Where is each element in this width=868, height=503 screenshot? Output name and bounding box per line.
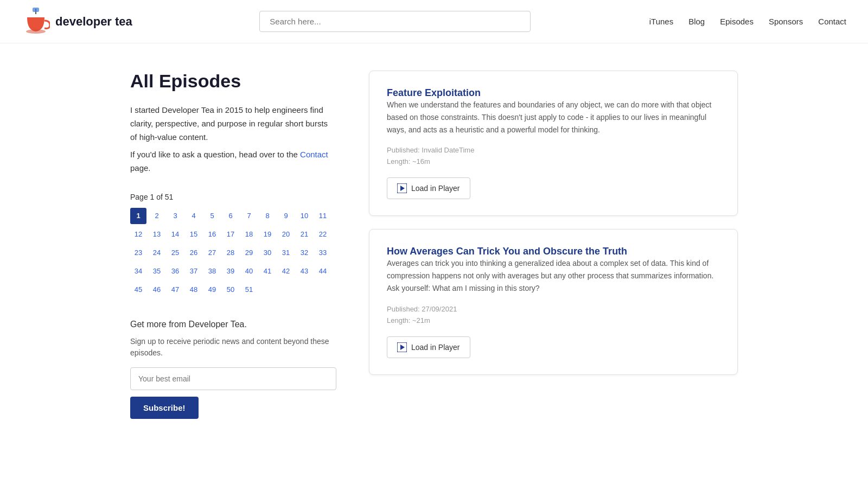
search-input[interactable]	[259, 11, 531, 32]
episode-card-0: Feature Exploitation When we understand …	[369, 71, 738, 216]
page-btn-37[interactable]: 37	[186, 263, 202, 279]
nav-itunes[interactable]: iTunes	[649, 17, 673, 26]
page-btn-44[interactable]: 44	[315, 263, 331, 279]
description-2-text: If you'd like to ask a question, head ov…	[130, 150, 298, 159]
episode-desc-1: Averages can trick you into thinking a g…	[387, 257, 720, 295]
page-btn-31[interactable]: 31	[278, 245, 294, 261]
page-btn-20[interactable]: 20	[278, 226, 294, 243]
page-btn-22[interactable]: 22	[315, 226, 331, 243]
page-btn-8[interactable]: 8	[259, 208, 276, 224]
page-btn-21[interactable]: 21	[296, 226, 312, 243]
subscribe-button[interactable]: Subscribe!	[130, 397, 199, 419]
page-btn-33[interactable]: 33	[315, 245, 331, 261]
page-btn-3[interactable]: 3	[167, 208, 183, 224]
pagination: 1234567891011121314151617181920212223242…	[130, 208, 336, 298]
main-container: All Episodes I started Developer Tea in …	[108, 43, 760, 446]
page-btn-9[interactable]: 9	[278, 208, 294, 224]
page-btn-42[interactable]: 42	[278, 263, 294, 279]
page-btn-50[interactable]: 50	[222, 282, 239, 298]
nav-blog[interactable]: Blog	[688, 17, 705, 26]
site-header: developer tea iTunes Blog Episodes Spons…	[0, 0, 868, 43]
page-btn-25[interactable]: 25	[167, 245, 183, 261]
page-btn-28[interactable]: 28	[222, 245, 239, 261]
signup-desc: Sign up to receive periodic news and con…	[130, 336, 336, 359]
page-btn-5[interactable]: 5	[204, 208, 220, 224]
pagination-info: Page 1 of 51	[130, 193, 336, 201]
page-btn-35[interactable]: 35	[149, 263, 165, 279]
page-btn-48[interactable]: 48	[186, 282, 202, 298]
nav-sponsors[interactable]: Sponsors	[769, 17, 803, 26]
page-btn-43[interactable]: 43	[296, 263, 312, 279]
nav-episodes[interactable]: Episodes	[720, 17, 754, 26]
page-btn-11[interactable]: 11	[315, 208, 331, 224]
page-btn-18[interactable]: 18	[241, 226, 257, 243]
episode-published-0: Published: Invalid DateTime	[387, 146, 720, 154]
page-btn-13[interactable]: 13	[149, 226, 165, 243]
page-btn-40[interactable]: 40	[241, 263, 257, 279]
logo-text: developer tea	[55, 15, 132, 29]
description-3-text: page.	[130, 163, 151, 173]
page-btn-46[interactable]: 46	[149, 282, 165, 298]
page-btn-24[interactable]: 24	[149, 245, 165, 261]
logo-icon	[22, 8, 50, 36]
email-input[interactable]	[130, 367, 336, 390]
episode-published-1: Published: 27/09/2021	[387, 305, 720, 313]
page-btn-29[interactable]: 29	[241, 245, 257, 261]
page-btn-23[interactable]: 23	[130, 245, 146, 261]
page-btn-7[interactable]: 7	[241, 208, 257, 224]
svg-point-2	[26, 29, 46, 34]
episode-title-1[interactable]: How Averages Can Trick You and Obscure t…	[387, 246, 627, 257]
page-btn-51[interactable]: 51	[241, 282, 257, 298]
svg-marker-6	[400, 345, 405, 350]
page-btn-1[interactable]: 1	[130, 208, 146, 224]
signup-section: Get more from Developer Tea. Sign up to …	[130, 320, 336, 419]
load-player-btn-0[interactable]: Load in Player	[387, 177, 470, 199]
logo-link[interactable]: developer tea	[22, 8, 141, 36]
page-btn-27[interactable]: 27	[204, 245, 220, 261]
page-btn-6[interactable]: 6	[222, 208, 239, 224]
page-btn-17[interactable]: 17	[222, 226, 239, 243]
page-btn-32[interactable]: 32	[296, 245, 312, 261]
description-1: I started Developer Tea in 2015 to help …	[130, 104, 336, 144]
page-btn-15[interactable]: 15	[186, 226, 202, 243]
episode-title-0[interactable]: Feature Exploitation	[387, 87, 481, 98]
page-btn-36[interactable]: 36	[167, 263, 183, 279]
play-icon-1	[397, 342, 407, 352]
page-btn-34[interactable]: 34	[130, 263, 146, 279]
page-title: All Episodes	[130, 71, 336, 92]
page-btn-4[interactable]: 4	[186, 208, 202, 224]
signup-title: Get more from Developer Tea.	[130, 320, 336, 329]
search-area	[141, 11, 649, 32]
description-2: If you'd like to ask a question, head ov…	[130, 148, 336, 175]
episode-length-0: Length: ~16m	[387, 157, 720, 165]
left-column: All Episodes I started Developer Tea in …	[130, 71, 336, 419]
page-btn-45[interactable]: 45	[130, 282, 146, 298]
contact-link[interactable]: Contact	[300, 150, 328, 159]
page-btn-47[interactable]: 47	[167, 282, 183, 298]
page-btn-14[interactable]: 14	[167, 226, 183, 243]
page-btn-26[interactable]: 26	[186, 245, 202, 261]
page-btn-12[interactable]: 12	[130, 226, 146, 243]
episode-desc-0: When we understand the features and boun…	[387, 99, 720, 136]
page-btn-49[interactable]: 49	[204, 282, 220, 298]
page-btn-38[interactable]: 38	[204, 263, 220, 279]
svg-marker-4	[400, 186, 405, 191]
episode-card-1: How Averages Can Trick You and Obscure t…	[369, 229, 738, 374]
page-btn-41[interactable]: 41	[259, 263, 276, 279]
play-icon-0	[397, 183, 407, 193]
episode-length-1: Length: ~21m	[387, 316, 720, 324]
page-btn-16[interactable]: 16	[204, 226, 220, 243]
nav-contact[interactable]: Contact	[818, 17, 846, 26]
page-btn-10[interactable]: 10	[296, 208, 312, 224]
page-btn-19[interactable]: 19	[259, 226, 276, 243]
main-nav: iTunes Blog Episodes Sponsors Contact	[649, 17, 846, 26]
page-btn-39[interactable]: 39	[222, 263, 239, 279]
page-btn-30[interactable]: 30	[259, 245, 276, 261]
page-btn-2[interactable]: 2	[149, 208, 165, 224]
svg-rect-1	[33, 8, 39, 12]
load-player-btn-1[interactable]: Load in Player	[387, 336, 470, 358]
episodes-list: Feature Exploitation When we understand …	[369, 71, 738, 419]
